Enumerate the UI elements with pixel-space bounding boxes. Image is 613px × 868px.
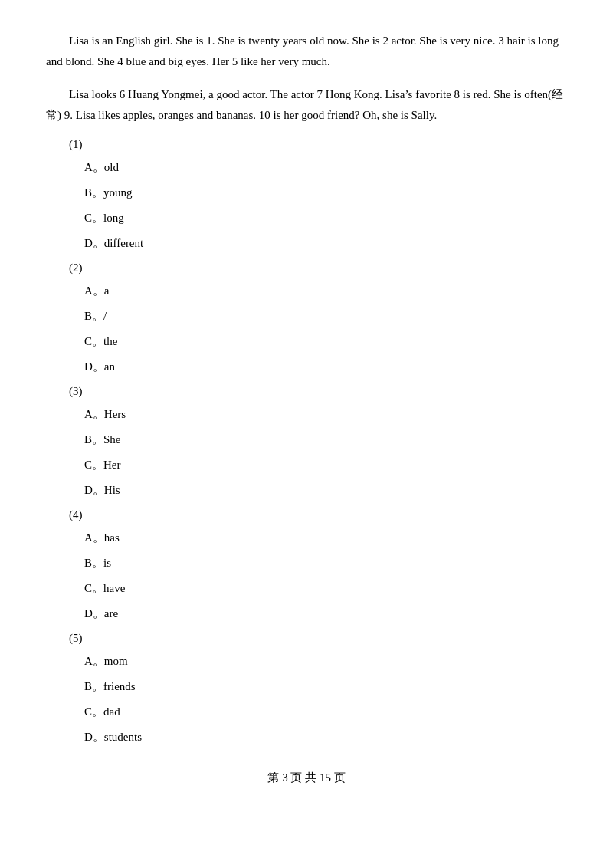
option-q4d[interactable]: D。are [84,603,567,624]
question-block-5: (5)A。momB。friendsC。dadD。students [46,632,567,748]
question-number-1: (1) [69,138,567,151]
question-block-1: (1)A。oldB。youngC。longD。different [46,138,567,254]
option-q5d[interactable]: D。students [84,727,567,748]
passage-paragraph-1: Lisa is an English girl. She is 1. She i… [46,31,567,72]
option-q4b[interactable]: B。is [84,553,567,574]
option-q1a[interactable]: A。old [84,157,567,178]
option-q1b[interactable]: B。young [84,182,567,203]
option-q3d[interactable]: D。His [84,480,567,501]
option-q2a[interactable]: A。a [84,281,567,301]
option-q2b[interactable]: B。/ [84,306,567,327]
question-block-2: (2)A。aB。/C。theD。an [46,261,567,377]
page-footer: 第 3 页 共 15 页 [46,771,567,785]
question-number-3: (3) [69,385,567,398]
option-q4a[interactable]: A。has [84,528,567,548]
option-q3c[interactable]: C。Her [84,455,567,475]
questions-container: (1)A。oldB。youngC。longD。different(2)A。aB。… [46,138,567,748]
passage-paragraph-2: Lisa looks 6 Huang Yongmei, a good actor… [46,84,567,126]
option-q2c[interactable]: C。the [84,331,567,352]
option-q1c[interactable]: C。long [84,208,567,229]
question-number-4: (4) [69,508,567,521]
question-number-5: (5) [69,632,567,645]
question-number-2: (2) [69,261,567,275]
question-block-4: (4)A。hasB。isC。haveD。are [46,508,567,624]
option-q5b[interactable]: B。friends [84,676,567,697]
option-q5c[interactable]: C。dad [84,702,567,722]
option-q1d[interactable]: D。different [84,233,567,254]
option-q2d[interactable]: D。an [84,357,567,377]
option-q4c[interactable]: C。have [84,578,567,599]
option-q3b[interactable]: B。She [84,429,567,450]
question-block-3: (3)A。HersB。SheC。HerD。His [46,385,567,501]
footer-text: 第 3 页 共 15 页 [267,771,345,784]
option-q3a[interactable]: A。Hers [84,404,567,425]
option-q5a[interactable]: A。mom [84,651,567,672]
